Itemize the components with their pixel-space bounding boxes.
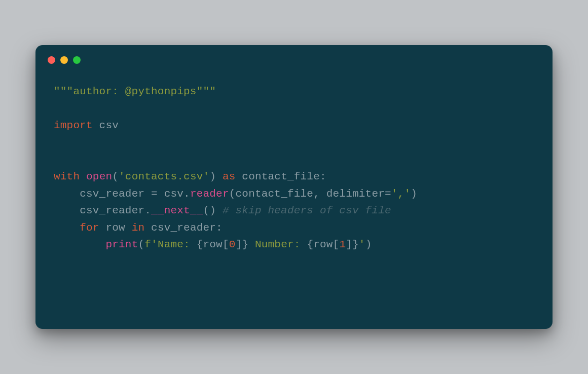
kwarg-name: delimiter [326,188,385,200]
method-reader: reader [190,188,229,200]
builtin-open: open [86,171,112,182]
variable: csv_reader [80,188,144,200]
maximize-icon[interactable] [73,56,81,64]
keyword-with: with [54,171,80,182]
brace-open: { [197,239,203,250]
brace-close: } [242,239,248,250]
module-name: csv [93,120,119,131]
colon: : [216,222,223,234]
string-text: Name: [158,239,197,250]
paren-open: ( [229,188,236,200]
fstring-prefix: f [144,239,151,250]
operator-eq: = [385,188,391,200]
code-line: """author: @pythonpips""" [54,83,534,100]
code-line: with open('contacts.csv') as contact_fil… [54,168,534,185]
string-literal: 'contacts.csv' [119,171,209,182]
code-line: csv_reader = csv.reader(contact_file, de… [54,185,534,203]
variable: csv_reader [80,205,144,216]
variable: contact_file [242,171,320,182]
comma: , [313,188,326,200]
keyword-as: as [223,171,236,182]
paren-open: ( [138,239,144,250]
code-line: csv_reader.__next__() # skip headers of … [54,202,534,219]
code-editor-window: """author: @pythonpips""" import csv wit… [35,45,553,329]
dot: . [144,205,151,216]
method-next: __next__ [151,205,203,216]
minimize-icon[interactable] [60,56,68,64]
comment: # skip headers of csv file [223,205,391,216]
code-line: import csv [54,117,534,134]
bracket-close: ] [236,239,242,250]
parens: () [203,205,216,216]
bracket-close: ] [346,239,352,250]
code-line-blank [54,134,534,152]
brace-open: { [307,239,313,250]
quote-close: ' [359,239,365,250]
keyword-import: import [54,120,93,131]
window-titlebar [35,45,553,69]
expr-row: row [203,239,223,250]
builtin-print: print [105,239,138,250]
keyword-for: for [80,222,99,234]
colon: : [320,171,326,182]
docstring: """author: @pythonpips""" [54,86,216,97]
argument: contact_file [236,188,314,200]
code-line-blank [54,151,534,168]
code-block[interactable]: """author: @pythonpips""" import csv wit… [35,69,553,269]
quote-open: ' [151,239,158,250]
string-text: Number: [248,239,307,250]
code-line: for row in csv_reader: [54,219,534,237]
variable: row [105,222,125,234]
paren-open: ( [112,171,119,182]
paren-close: ) [209,171,216,182]
brace-close: } [352,239,359,250]
code-line-blank [54,100,534,118]
dot: . [183,188,190,200]
bracket-open: [ [333,239,340,250]
close-icon[interactable] [48,56,55,64]
keyword-in: in [132,222,145,234]
code-line: print(f'Name: {row[0]} Number: {row[1]}'… [54,236,534,253]
variable: csv_reader [151,222,216,234]
number-literal: 1 [339,239,346,250]
expr-row: row [313,239,333,250]
module-ref: csv [164,188,183,200]
bracket-open: [ [223,239,229,250]
paren-close: ) [411,188,417,200]
operator-eq: = [151,188,158,200]
string-literal: ',' [391,188,411,200]
number-literal: 0 [229,239,236,250]
paren-close: ) [365,239,372,250]
